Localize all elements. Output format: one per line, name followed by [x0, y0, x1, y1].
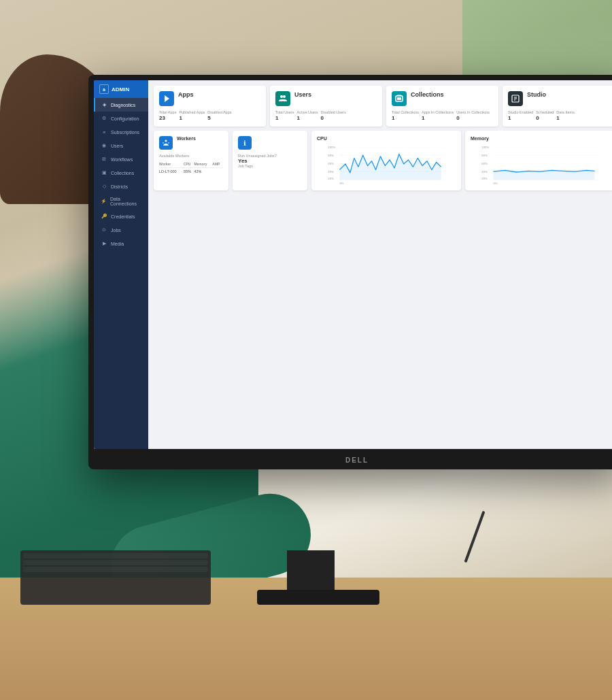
cpu-chart-title: CPU — [317, 136, 456, 141]
configuration-icon: ⚙ — [101, 115, 107, 122]
sidebar: a ADMIN ◈ Diagnostics ⚙ Configuration ≡ … — [94, 80, 148, 449]
studio-card-stats: Studio Enabled 1 Scheduled 0 Data Items … — [508, 110, 609, 121]
stats-cards-grid: Apps Total Apps 23 Published Apps 1 — [154, 86, 612, 127]
worker-name: LD-LT-000 — [159, 168, 184, 176]
media-icon: ▶ — [101, 240, 107, 247]
cpu-chart-card: CPU 100% 80% 60% 40% 20% — [311, 131, 461, 190]
jobs-icon: ⊙ — [101, 227, 107, 233]
total-users-stat: Total Users 1 — [275, 110, 294, 121]
monitor-screen: a ADMIN ◈ Diagnostics ⚙ Configuration ≡ … — [94, 80, 612, 449]
sidebar-item-label: Collections — [111, 171, 134, 176]
sidebar-item-label: Subscriptions — [111, 130, 139, 135]
bottom-cards-grid: Workers Available Workers Worker CPU Mem… — [154, 131, 612, 190]
sidebar-item-configuration[interactable]: ⚙ Configuration — [94, 112, 148, 125]
svg-text:100%: 100% — [481, 146, 489, 149]
total-apps-stat: Total Apps 23 — [159, 110, 176, 121]
svg-point-9 — [165, 140, 167, 142]
main-content: Apps Total Apps 23 Published Apps 1 — [148, 80, 612, 449]
monitor-base — [257, 590, 379, 605]
memory-chart-svg: 100% 80% 60% 40% 20% — [471, 144, 609, 184]
worker-memory: 42% — [194, 168, 212, 176]
sidebar-item-media[interactable]: ▶ Media — [94, 237, 148, 250]
svg-text:60%: 60% — [328, 162, 334, 165]
svg-text:80%: 80% — [481, 154, 488, 157]
sidebar-item-label: Districts — [111, 184, 128, 189]
users-card-icon — [275, 91, 290, 106]
svg-rect-4 — [397, 97, 401, 100]
data-connections-icon: ⚡ — [101, 198, 107, 205]
users-card-header: Users — [275, 91, 377, 106]
sidebar-item-data-connections[interactable]: ⚡ Data Connections — [94, 193, 148, 210]
sidebar-item-diagnostics[interactable]: ◈ Diagnostics — [94, 98, 148, 112]
admin-logo: a — [99, 84, 109, 94]
run-jobs-value: Yes — [238, 158, 302, 164]
credentials-icon: 🔑 — [101, 213, 107, 220]
svg-marker-0 — [165, 95, 169, 102]
memory-col-header: Memory — [194, 161, 212, 168]
workflows-icon: ⊞ — [101, 156, 107, 163]
job-tags-label: Job Tags — [238, 164, 302, 168]
users-card: Users Total Users 1 Active Users 1 — [270, 86, 382, 127]
sidebar-item-label: Media — [111, 241, 124, 246]
table-row: LD-LT-000 55% 42% — [159, 168, 223, 176]
svg-text:0%: 0% — [493, 182, 497, 184]
dell-logo: DELL — [345, 456, 369, 464]
keyboard — [20, 550, 211, 605]
workers-table: Worker CPU Memory AMP LD-LT-000 55% — [159, 161, 223, 175]
data-items-stat: Data Items 1 — [556, 110, 575, 121]
users-card-stats: Total Users 1 Active Users 1 Disabled Us… — [275, 110, 377, 121]
sidebar-item-jobs[interactable]: ⊙ Jobs — [94, 223, 148, 237]
sidebar-item-label: Diagnostics — [111, 103, 135, 107]
workers-card: Workers Available Workers Worker CPU Mem… — [154, 131, 228, 190]
studio-enabled-stat: Studio Enabled 1 — [508, 110, 533, 121]
workers-title: Workers — [177, 136, 196, 141]
svg-text:40%: 40% — [328, 170, 334, 173]
sidebar-item-label: Data Connections — [110, 197, 143, 206]
collections-card-icon — [392, 91, 407, 106]
sidebar-item-districts[interactable]: ◇ Districts — [94, 180, 148, 193]
sidebar-title: ADMIN — [112, 86, 129, 93]
admin-ui: a ADMIN ◈ Diagnostics ⚙ Configuration ≡ … — [94, 80, 612, 449]
active-users-stat: Active Users 1 — [297, 110, 318, 121]
sidebar-item-subscriptions[interactable]: ≡ Subscriptions — [94, 125, 148, 139]
apps-card-title: Apps — [178, 91, 194, 99]
svg-text:20%: 20% — [481, 177, 488, 180]
studio-card: Studio Studio Enabled 1 Scheduled 0 — [503, 86, 612, 127]
subscriptions-icon: ≡ — [101, 129, 107, 135]
disabled-apps-stat: Disabled Apps 5 — [207, 110, 231, 121]
svg-text:80%: 80% — [328, 154, 334, 157]
cpu-col-header: CPU — [184, 161, 194, 168]
sidebar-item-label: Users — [111, 144, 123, 148]
studio-card-title: Studio — [527, 91, 546, 99]
apps-card-header: Apps — [159, 91, 260, 106]
info-icon: ℹ — [238, 136, 252, 150]
collections-icon: ▣ — [101, 169, 107, 176]
sidebar-item-credentials[interactable]: 🔑 Credentials — [94, 210, 148, 223]
collections-card-title: Collections — [411, 91, 444, 99]
cpu-chart-svg: 100% 80% 60% 40% 20% — [317, 144, 456, 184]
svg-text:40%: 40% — [481, 170, 488, 173]
sidebar-item-label: Credentials — [111, 214, 135, 219]
scheduled-stat: Scheduled 0 — [536, 110, 554, 121]
sidebar-item-workflows[interactable]: ⊞ Workflows — [94, 152, 148, 166]
info-card: ℹ Run Unassigned Jobs? Yes Job Tags — [233, 131, 307, 190]
disabled-users-stat: Disabled Users 0 — [320, 110, 345, 121]
workers-card-header: Workers — [159, 136, 223, 150]
worker-amp — [212, 168, 223, 176]
sidebar-item-users[interactable]: ◉ Users — [94, 139, 148, 152]
sidebar-item-label: Jobs — [111, 228, 121, 233]
svg-text:60%: 60% — [481, 162, 488, 165]
users-in-collections-stat: Users In Collections 0 — [456, 110, 490, 121]
collections-card-header: Collections — [392, 91, 493, 106]
monitor-stand — [287, 550, 335, 591]
apps-card-icon — [159, 91, 174, 106]
worker-col-header: Worker — [159, 161, 184, 168]
sidebar-item-collections[interactable]: ▣ Collections — [94, 166, 148, 180]
svg-text:100%: 100% — [328, 146, 335, 149]
studio-card-header: Studio — [508, 91, 609, 106]
svg-point-1 — [280, 95, 283, 98]
apps-card-stats: Total Apps 23 Published Apps 1 Disabled … — [159, 110, 260, 121]
sidebar-header: a ADMIN — [94, 80, 148, 98]
monitor: a ADMIN ◈ Diagnostics ⚙ Configuration ≡ … — [88, 75, 612, 469]
sidebar-item-label: Workflows — [111, 157, 133, 162]
